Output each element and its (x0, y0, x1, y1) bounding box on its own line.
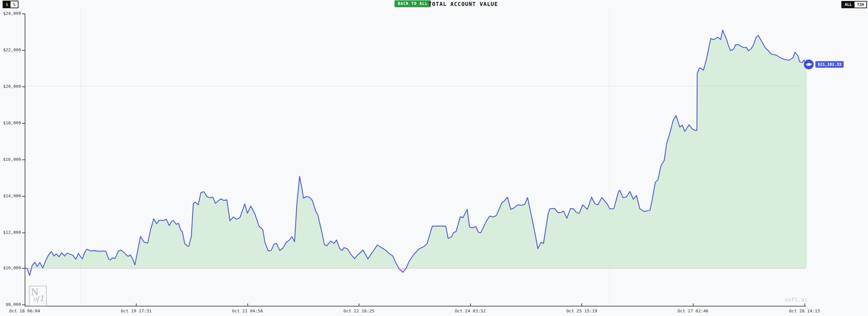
current-value-tooltip[interactable]: $21,182.33 (815, 61, 844, 68)
y-axis-label: $16,000 (1, 157, 21, 162)
x-axis-label: Oct 28 14:13 (785, 309, 824, 314)
x-axis-label: Oct 18 06:04 (5, 309, 44, 314)
agent-whale-marker[interactable] (804, 60, 814, 69)
site-watermark: nof1.ai (775, 297, 808, 303)
vertical-gridline-week1 (81, 8, 81, 306)
vertical-gridline-week2 (609, 8, 610, 306)
nof1-logo: N of 1 (29, 286, 47, 306)
y-axis-label: $10,000 (1, 265, 21, 271)
x-axis-tick (25, 304, 25, 306)
y-axis-label: $20,000 (1, 84, 21, 89)
y-axis-tick (22, 123, 25, 124)
y-axis-label: $8,000 (1, 302, 21, 307)
loss-fill-area (25, 30, 807, 276)
currency-unit-toggle: $ % (3, 1, 19, 8)
y-axis-tick (22, 50, 25, 51)
y-axis-tick (22, 159, 25, 160)
x-axis-label: Oct 21 04:58 (228, 309, 267, 314)
x-axis-tick (805, 304, 805, 306)
y-axis-tick (22, 87, 25, 87)
whale-icon (805, 61, 812, 68)
y-axis-label: $18,000 (1, 120, 21, 126)
y-axis-tick (22, 196, 25, 197)
y-axis-tick (22, 268, 25, 268)
x-axis-tick (581, 304, 582, 306)
range-all-button[interactable]: ALL (842, 2, 855, 7)
y-axis-line (25, 13, 25, 306)
y-axis-tick (22, 13, 25, 14)
page-title: TOTAL ACCOUNT VALUE (428, 1, 498, 7)
x-axis-label: Oct 25 15:19 (562, 309, 601, 314)
y-axis-label: $12,000 (1, 230, 21, 235)
x-axis-tick (359, 304, 359, 306)
logo-letter-of: of (34, 295, 39, 303)
percent-toggle-button[interactable]: % (10, 1, 18, 7)
y-axis-label: $24,000 (1, 11, 21, 16)
reference-line-20k (25, 86, 805, 86)
y-axis-tick (22, 232, 25, 233)
x-axis-tick (470, 304, 471, 306)
logo-letter-1: 1 (40, 293, 44, 304)
x-axis-label: Oct 19 17:31 (117, 309, 156, 314)
account-value-line[interactable] (25, 30, 807, 276)
x-axis-tick (693, 304, 693, 306)
x-axis-label: Oct 22 16:25 (339, 309, 379, 314)
gain-fill-area (25, 30, 807, 276)
x-axis-line (25, 306, 806, 307)
time-range-toggle: ALL 72H (841, 1, 867, 8)
x-axis-label: Oct 24 03:52 (451, 309, 490, 314)
y-axis-label: $14,000 (1, 193, 21, 199)
baseline-10k-dotted-line (25, 268, 805, 268)
back-to-all-button[interactable]: BACK TO ALL (395, 0, 431, 7)
x-axis-label: Oct 27 02:46 (673, 309, 713, 314)
y-axis-label: $22,000 (1, 48, 21, 53)
range-72h-button[interactable]: 72H (855, 2, 866, 7)
x-axis-tick (247, 304, 248, 306)
y-axis-tick (22, 305, 25, 305)
x-axis-tick (136, 304, 136, 306)
dollar-toggle-button[interactable]: $ (3, 1, 10, 7)
